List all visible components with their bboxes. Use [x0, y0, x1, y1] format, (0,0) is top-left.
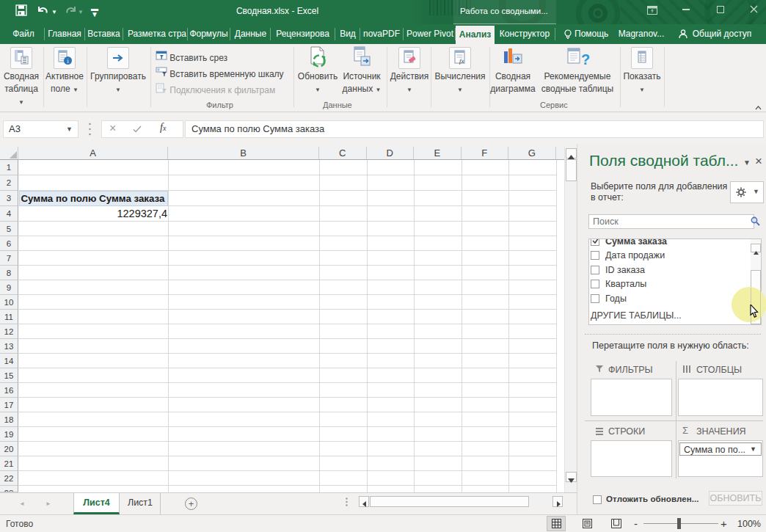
svg-text:fx: fx [459, 57, 464, 65]
svg-text:?: ? [581, 51, 590, 68]
